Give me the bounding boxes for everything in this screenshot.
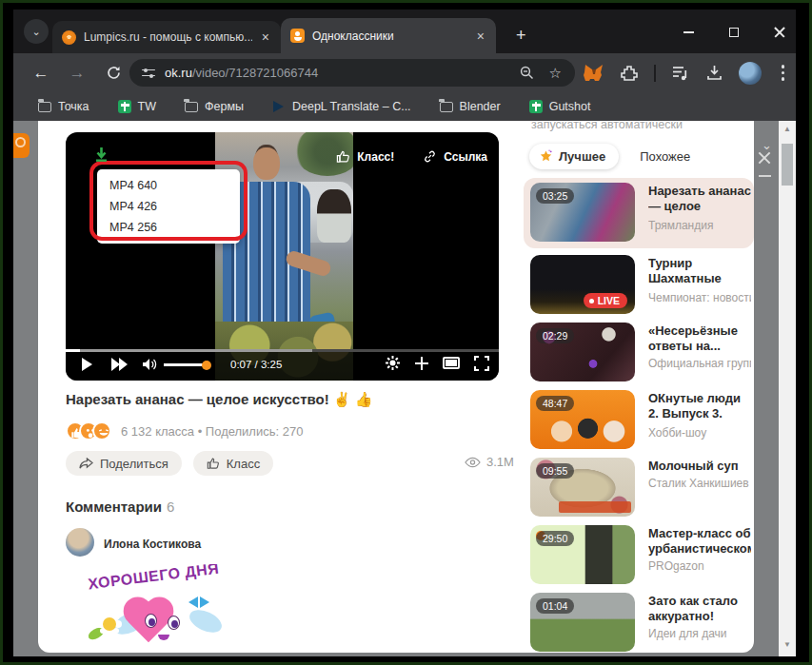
metamask-icon[interactable]	[584, 64, 604, 83]
downloads-icon[interactable]	[706, 65, 723, 81]
video-thumbnail[interactable]: 09:55 09:55	[530, 458, 635, 517]
scrollbar-thumb[interactable]	[782, 144, 793, 186]
volume-knob[interactable]	[202, 361, 211, 370]
media-controls-icon[interactable]	[672, 66, 690, 81]
video-thumbnail[interactable]: 03:25 03:25	[530, 183, 635, 242]
fullscreen-icon[interactable]	[474, 356, 489, 371]
bookmark-item[interactable]: TW	[109, 100, 166, 113]
video-player[interactable]: MP4 640MP4 426MP4 256 Класс! Ссылка	[66, 132, 499, 381]
tab-close-icon[interactable]: ×	[475, 29, 486, 44]
duration-badge: 29:50	[536, 531, 574, 546]
comments-count: 6	[167, 499, 174, 515]
player-link-button[interactable]: Ссылка	[423, 149, 487, 164]
url-text: ok.ru/video/7128721066744	[165, 66, 318, 80]
bookmark-item[interactable]: Точка	[29, 100, 99, 113]
class-button[interactable]: Класс	[193, 451, 273, 476]
duration-badge: 09:55	[536, 463, 574, 479]
scroll-up-arrow-icon[interactable]: ▲	[779, 121, 796, 136]
forward-button[interactable]: →	[63, 53, 91, 92]
site-settings-icon[interactable]	[142, 68, 155, 78]
volume-icon[interactable]	[142, 357, 158, 372]
comments-heading: Комментарии6	[66, 499, 174, 515]
minimize-button[interactable]	[678, 23, 699, 42]
maximize-button[interactable]	[723, 23, 744, 42]
sticker-wing	[186, 605, 225, 636]
tab-best[interactable]: Лучшее	[529, 144, 619, 169]
miniplayer-icon[interactable]	[443, 357, 460, 369]
video-item-title[interactable]: Мастер-класс об урбанистическом...	[648, 526, 751, 557]
video-item-channel[interactable]: Идеи для дачи	[648, 627, 751, 640]
quality-option[interactable]: MP4 426	[97, 196, 240, 217]
video-item-channel[interactable]: Сталик Ханкишиев	[648, 477, 751, 490]
video-item-channel[interactable]: Трямландия	[648, 219, 751, 232]
extensions-puzzle-icon[interactable]	[621, 65, 638, 82]
browser-scrollbar[interactable]: ▲ ▼	[779, 121, 796, 656]
tab-similar[interactable]: Похожее	[640, 149, 690, 164]
video-item-channel[interactable]: PROgazon	[648, 559, 751, 573]
video-item-title[interactable]: Молочный суп	[648, 459, 751, 474]
comment-avatar[interactable]	[66, 528, 94, 557]
video-item-channel[interactable]: Официальная группа М...	[648, 357, 751, 370]
scroll-down-arrow-icon[interactable]: ▼	[779, 636, 796, 652]
video-item-title[interactable]: Нарезать ананас — целое искусство! ...	[648, 184, 751, 216]
settings-gear-icon[interactable]	[385, 355, 401, 371]
share-arrow-icon	[79, 458, 93, 470]
bookmark-icon	[118, 100, 131, 113]
video-thumbnail[interactable]: 01:04 01:04	[530, 593, 635, 652]
video-item-title[interactable]: «Несерьёзные ответы на...	[648, 323, 751, 354]
share-button[interactable]: Поделиться	[66, 451, 182, 476]
video-item-title[interactable]: Турнир Шахматные звёзды 4.0. День 1	[648, 256, 751, 288]
star-sparkle-icon	[539, 149, 553, 164]
bookmark-star-icon[interactable]: ☆	[549, 65, 562, 82]
profile-avatar[interactable]	[739, 62, 762, 85]
new-tab-button[interactable]: +	[516, 26, 526, 46]
player-controls: 0:07 / 3:25	[66, 349, 499, 381]
tab-title: Одноклассники	[312, 29, 467, 43]
volume-slider[interactable]	[164, 363, 208, 366]
progress-bar[interactable]	[66, 349, 499, 352]
video-list-item[interactable]: LIVE LIVE Турнир Шахматные звёзды 4.0. Д…	[524, 250, 754, 318]
video-item-title[interactable]: Зато как стало аккуратно!	[648, 594, 751, 624]
browser-menu-icon[interactable]	[778, 65, 788, 80]
video-item-channel[interactable]: Хобби-шоу	[648, 426, 751, 440]
address-bar[interactable]: ok.ru/video/7128721066744 ☆	[129, 59, 575, 87]
tab-search-chevron-icon[interactable]: ⌄	[24, 19, 49, 44]
video-list-item[interactable]: 09:55 09:55 Молочный суп Сталик Ханкишие…	[524, 453, 754, 520]
bookmark-item[interactable]: DeepL Translate – C...	[263, 100, 421, 113]
next-video-button[interactable]	[111, 358, 130, 371]
bookmark-item[interactable]: Gutshot	[520, 100, 601, 113]
reload-button[interactable]	[99, 53, 128, 92]
browser-toolbar: ← → ok.ru/video/7128721066744 ☆	[13, 53, 796, 92]
layer-close-icon[interactable]	[758, 151, 771, 165]
video-thumbnail[interactable]: 48:47 48:47	[530, 390, 635, 449]
tab-lumpics[interactable]: Lumpics.ru - помощь с компью... ×	[52, 21, 281, 53]
zoom-icon[interactable]	[520, 66, 534, 80]
quality-option[interactable]: MP4 640	[97, 175, 240, 196]
comment-author[interactable]: Илона Костикова	[104, 538, 201, 551]
player-like-button[interactable]: Класс!	[336, 149, 394, 164]
video-list-item[interactable]: 48:47 48:47 ОКнутые люди 2. Выпуск 3. ВО…	[524, 385, 754, 453]
tab-odnoklassniki[interactable]: Одноклассники ×	[281, 18, 496, 53]
video-item-channel[interactable]: Чемпионат: новости спо...	[648, 291, 751, 304]
thumbs-up-icon	[336, 149, 350, 164]
add-button[interactable]	[415, 357, 428, 370]
video-item-title[interactable]: ОКнутые люди 2. Выпуск 3. ВОЛКОВ...	[648, 391, 751, 423]
video-list-item[interactable]: 03:25 03:25 Нарезать ананас — целое иску…	[524, 178, 754, 248]
video-list-item[interactable]: 01:04 01:04 Зато как стало аккуратно! Ид…	[524, 588, 754, 655]
download-video-icon[interactable]	[93, 147, 109, 163]
video-thumbnail[interactable]: 02:29 02:29	[530, 323, 635, 381]
bookmark-icon	[38, 102, 51, 112]
bookmark-item[interactable]: Blender	[430, 100, 510, 113]
layer-collapse-chevron-icon[interactable]: ⌄	[762, 138, 772, 152]
video-thumbnail[interactable]: 29:50 29:50	[530, 525, 635, 584]
tab-close-icon[interactable]: ×	[260, 29, 271, 45]
video-list-item[interactable]: 02:29 02:29 «Несерьёзные ответы на... Оф…	[524, 318, 754, 385]
play-button[interactable]	[82, 358, 92, 371]
bookmark-item[interactable]: Фермы	[175, 100, 253, 113]
quality-option[interactable]: MP4 256	[97, 217, 240, 238]
close-button[interactable]	[769, 23, 790, 42]
video-list-item[interactable]: 29:50 29:50 Мастер-класс об урбанистичес…	[524, 520, 754, 588]
video-thumbnail[interactable]: LIVE LIVE	[530, 255, 635, 314]
back-button[interactable]: ←	[27, 53, 55, 92]
reaction-laugh-icon[interactable]	[92, 421, 111, 440]
